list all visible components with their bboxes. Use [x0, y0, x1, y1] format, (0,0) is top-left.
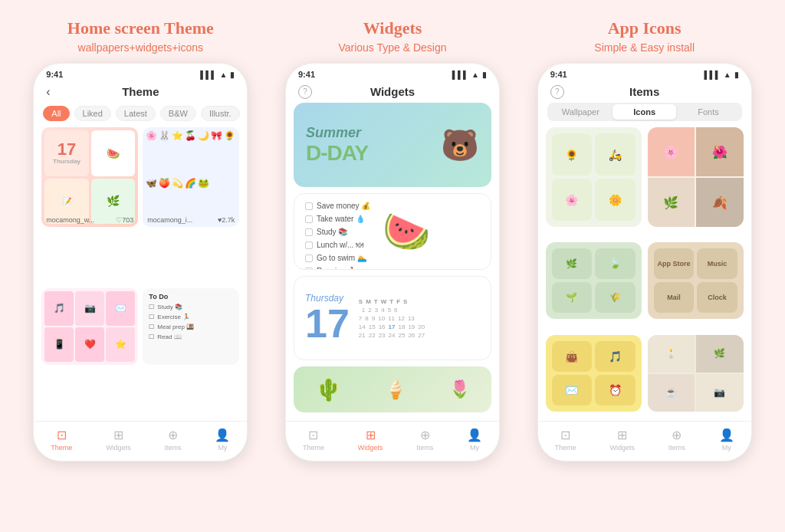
theme-nav-icon: ⊡ — [57, 428, 67, 442]
aesthetic-grid: 🕯️ 🌿 ☕ 📷 — [648, 335, 744, 412]
nav-items-1[interactable]: ⊕ Items — [165, 428, 182, 452]
main-container: Home screen Theme wallpapers+widgets+ico… — [0, 0, 785, 532]
icons-section: App Icons Simple & Easy install 9:41 ▌▌▌… — [525, 18, 764, 461]
my-nav-icon-3: 👤 — [719, 428, 734, 442]
label-clock: Clock — [697, 282, 737, 313]
tab-wallpaper[interactable]: Wallpaper — [549, 104, 613, 120]
watermelon-widget: 🍉 — [91, 130, 136, 176]
theme-phone: 9:41 ▌▌▌ ▲ ▮ ‹ Theme All Liked Latest B&… — [33, 63, 248, 461]
tab-icons[interactable]: Icons — [613, 104, 676, 120]
time-2: 9:41 — [298, 70, 315, 79]
nav-widgets-3[interactable]: ⊞ Widgets — [609, 428, 635, 452]
sunflower-pack[interactable]: 🌻 🛵 🌸 🌼 — [546, 127, 642, 227]
aesthetic-1: 🕯️ — [648, 335, 695, 373]
nav-items-label-2: Items — [416, 444, 433, 452]
bottom-nav-3: ⊡ Theme ⊞ Widgets ⊕ Items 👤 My — [538, 421, 751, 461]
card-2-name: mocamong_i... — [147, 216, 192, 224]
yellow-icon-4: ⏰ — [595, 375, 636, 406]
theme-card-1[interactable]: 17 Thursday 🍉 📝 🌿 mocamong_w... ♡703 — [41, 127, 138, 227]
theme-nav-icon-2: ⊡ — [308, 428, 318, 442]
header-title-3: Items — [629, 85, 659, 98]
checklist-widget[interactable]: Save money 💰 Take water 💧 Study 📚 Lunch … — [294, 193, 491, 270]
nav-theme-1[interactable]: ⊡ Theme — [51, 428, 72, 452]
flower-emoji-w: 🌷 — [449, 379, 470, 399]
tab-fonts[interactable]: Fonts — [676, 104, 740, 120]
aesthetic-pack[interactable]: 🕯️ 🌿 ☕ 📷 — [648, 335, 744, 412]
status-icons-1: ▌▌▌ ▲ ▮ — [200, 71, 235, 79]
wifi-icon-2: ▲ — [471, 71, 479, 79]
time-1: 9:41 — [46, 70, 63, 79]
yellow-icon-2: 🎵 — [595, 341, 636, 372]
header-title-1: Theme — [122, 85, 159, 98]
nav-widgets-1[interactable]: ⊞ Widgets — [106, 428, 131, 452]
yellow-icon-1: 👜 — [552, 341, 593, 372]
green-icon-1: 🌿 — [552, 248, 593, 279]
yellow-icon-3: ✉️ — [552, 375, 593, 406]
nav-items-label-1: Items — [165, 444, 182, 452]
checklist-items: Save money 💰 Take water 💧 Study 📚 Lunch … — [305, 202, 370, 261]
list-row-2: ☐Exercise 🏃 — [149, 314, 233, 320]
back-arrow[interactable]: ‹ — [46, 85, 50, 99]
filter-illustr[interactable]: Illustr. — [201, 106, 240, 121]
nav-widgets-2[interactable]: ⊞ Widgets — [358, 428, 383, 452]
list-header: To Do — [149, 293, 233, 300]
theme-card-2[interactable]: 🌸 🐰 ⭐ 🍒 🌙 🎀 🌻 🦋 🍑 💫 🌈 🐸 — [143, 127, 239, 227]
bear-emoji: 🐻 — [441, 127, 479, 163]
nav-theme-label-2: Theme — [303, 444, 324, 452]
theme-card-4[interactable]: To Do ☐Study 📚 ☐Exercise 🏃 ☐Meal prep 🍱 … — [143, 288, 239, 365]
photo-3: 🌿 — [648, 178, 695, 227]
nav-my-1[interactable]: 👤 My — [215, 428, 230, 452]
calendar-widget[interactable]: Thursday 17 SMTWTFS 123456 78910111213 1… — [294, 276, 491, 360]
yellow-pack[interactable]: 👜 🎵 ✉️ ⏰ — [546, 335, 642, 412]
widgets-nav-icon-3: ⊞ — [617, 428, 627, 442]
question-icon-3[interactable]: ? — [550, 85, 564, 99]
nav-theme-label-1: Theme — [51, 444, 72, 452]
pink-icon-heart: ❤️ — [75, 327, 104, 362]
signal-icon: ▌▌▌ — [200, 71, 216, 79]
time-3: 9:41 — [550, 70, 567, 79]
nav-my-3[interactable]: 👤 My — [719, 428, 734, 452]
filter-tabs: All Liked Latest B&W Illustr. — [34, 103, 247, 127]
nav-my-label-3: My — [722, 444, 731, 452]
filter-all[interactable]: All — [43, 106, 69, 121]
wifi-icon: ▲ — [219, 71, 227, 79]
theme-card-3[interactable]: 🎵 📷 ✉️ 📱 ❤️ ⭐ — [41, 288, 138, 365]
my-nav-icon-2: 👤 — [467, 428, 482, 442]
nav-theme-3[interactable]: ⊡ Theme — [555, 428, 576, 452]
label-mail: Mail — [654, 282, 695, 313]
theme-nav-icon-3: ⊡ — [560, 428, 570, 442]
pink-icon-star: ⭐ — [106, 327, 135, 362]
cactus-widget[interactable]: 🌵 🍦 🌷 — [294, 366, 491, 412]
photo-collage: 🌸 🌺 🌿 🍂 — [648, 127, 744, 227]
labels-pack[interactable]: App Store Music Mail Clock — [648, 242, 744, 319]
card-2-likes: ♥2.7k — [218, 216, 235, 224]
filter-liked[interactable]: Liked — [74, 106, 111, 121]
phone-header-2: ? Widgets — [286, 82, 499, 103]
calendar-grid: SMTWTFS 123456 78910111213 1415161718192… — [359, 298, 425, 339]
card-2-meta: mocamong_i... ♥2.7k — [147, 216, 235, 224]
photo-pack[interactable]: 🌸 🌺 🌿 🍂 — [648, 127, 744, 227]
aesthetic-2: 🌿 — [696, 335, 744, 373]
nav-items-3[interactable]: ⊕ Items — [668, 428, 685, 452]
pink-icon-phone: 📱 — [44, 327, 74, 362]
nav-my-2[interactable]: 👤 My — [467, 428, 482, 452]
nav-my-label-2: My — [470, 444, 479, 452]
nav-my-label-1: My — [218, 444, 227, 452]
nav-theme-2[interactable]: ⊡ Theme — [303, 428, 324, 452]
theme-grid: 17 Thursday 🍉 📝 🌿 mocamong_w... ♡703 — [34, 127, 247, 421]
photo-2: 🌺 — [696, 127, 744, 176]
green-pack[interactable]: 🌿 🍃 🌱 🌾 — [546, 242, 642, 319]
cactus-emoji: 🌵 — [315, 377, 342, 402]
summer-widget[interactable]: Summer D-DAY 🐻 — [294, 103, 491, 187]
card-1-meta: mocamong_w... ♡703 — [46, 216, 133, 224]
watermelon-icon: 🍉 — [383, 202, 430, 261]
list-row-4: ☐Read 📖 — [149, 333, 233, 340]
filter-bw[interactable]: B&W — [160, 106, 196, 121]
nav-items-2[interactable]: ⊕ Items — [416, 428, 433, 452]
question-icon[interactable]: ? — [298, 85, 312, 99]
pink-icon-photo: 📷 — [75, 291, 104, 326]
filter-latest[interactable]: Latest — [116, 106, 156, 121]
widgets-phone: 9:41 ▌▌▌ ▲ ▮ ? Widgets Summer D-DAY — [285, 63, 500, 461]
nav-widgets-label-2: Widgets — [358, 444, 383, 452]
widgets-nav-icon-2: ⊞ — [366, 428, 376, 442]
